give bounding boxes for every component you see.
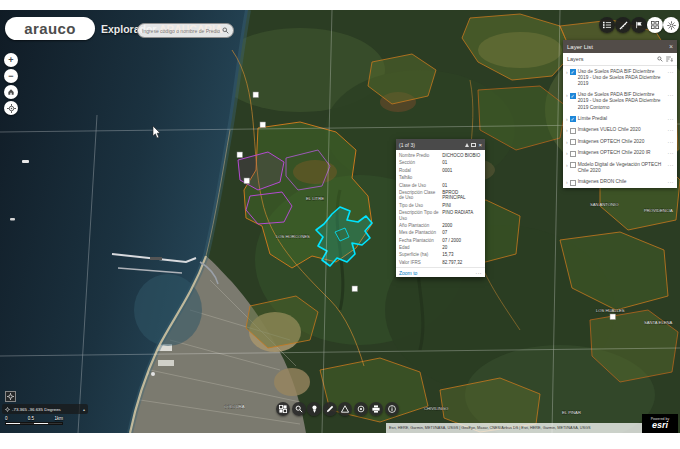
zoom-out-button[interactable]: − <box>4 69 18 83</box>
popup-header[interactable]: (1 of 3) × <box>396 139 485 150</box>
popup-dock-icon[interactable] <box>465 143 469 147</box>
layer-menu-icon[interactable]: ··· <box>668 179 675 185</box>
layer-menu-icon[interactable]: ··· <box>668 127 675 133</box>
coordinate-expand-icon[interactable]: ▴ <box>83 407 85 412</box>
location-crosshair-icon <box>5 407 10 412</box>
legend-icon <box>603 21 611 29</box>
expand-icon[interactable]: › <box>566 127 568 133</box>
layer-menu-icon[interactable]: ··· <box>668 162 675 168</box>
layer-menu-icon[interactable]: ··· <box>668 69 675 75</box>
zoom-to-link[interactable]: Zoom to <box>399 270 417 276</box>
scale-mid: 0.5 <box>28 416 34 421</box>
legend-button[interactable] <box>599 17 615 33</box>
layer-checkbox[interactable]: ✓ <box>570 93 576 99</box>
popup-footer: Zoom to ··· <box>396 267 485 277</box>
expand-icon[interactable]: › <box>566 69 568 75</box>
pencil-icon <box>326 405 334 413</box>
popup-close-icon[interactable]: × <box>478 142 482 148</box>
attr-label: Descripción Tipo de Uso <box>399 210 442 221</box>
coordinate-value: -73.365 -36.635 Degrees <box>12 407 81 412</box>
expand-icon[interactable]: › <box>566 116 568 122</box>
ship-marker <box>10 218 15 221</box>
basemap-button[interactable] <box>276 402 290 416</box>
attr-label: Mes de Plantación <box>399 230 442 235</box>
about-button[interactable] <box>385 402 399 416</box>
layer-list-close-icon[interactable]: × <box>669 43 673 50</box>
search-icon[interactable] <box>222 27 229 34</box>
layer-menu-icon[interactable]: ··· <box>668 139 675 145</box>
attr-label: Edad <box>399 245 442 250</box>
layers-subheader: Layers <box>563 53 677 66</box>
layer-search-icon[interactable] <box>657 56 663 62</box>
attr-label: Tipo de Uso <box>399 203 442 208</box>
attr-value: 01 <box>442 183 482 188</box>
table-row: Tipo de UsoPINI <box>399 202 482 209</box>
layer-menu-icon[interactable]: ··· <box>668 150 675 156</box>
layer-item-imagenes-vuelo[interactable]: › Imágenes VUELO Chile 2020 ··· <box>563 125 677 137</box>
my-location-button[interactable] <box>4 101 18 115</box>
layer-item-modelo-digital[interactable]: › Modelo Digital de Vegetación OPTECH Ch… <box>563 159 677 176</box>
query-button[interactable] <box>292 402 306 416</box>
layers-label: Layers <box>567 56 584 62</box>
coordinate-widget-button[interactable] <box>5 391 16 402</box>
layer-checkbox[interactable]: ✓ <box>570 116 576 122</box>
attr-value: 82.797,32 <box>442 260 482 265</box>
near-me-button[interactable] <box>354 402 368 416</box>
crosshair-icon <box>7 393 14 400</box>
map-label: LOS HORCONES <box>276 234 310 239</box>
expand-icon[interactable]: › <box>566 179 568 185</box>
print-button[interactable] <box>369 402 383 416</box>
attr-value: 07 / 2000 <box>442 238 482 243</box>
expand-icon[interactable]: › <box>566 150 568 156</box>
bookmark-button[interactable] <box>631 17 647 33</box>
pin-button[interactable] <box>307 402 321 416</box>
browser-page: EL LITRE SAN RAMÓN SAN ANTONIO PROVIDENC… <box>0 0 680 449</box>
layer-item-imagenes-dron[interactable]: › Imágenes DRON Chile ··· <box>563 177 677 189</box>
layer-sort-icon[interactable] <box>666 56 673 62</box>
measurement-button[interactable] <box>615 17 631 33</box>
draw-button[interactable] <box>323 402 337 416</box>
layer-checkbox[interactable] <box>570 139 576 145</box>
zoom-in-button[interactable]: + <box>4 53 18 67</box>
popup-menu-icon[interactable]: ··· <box>476 270 483 276</box>
search-input[interactable] <box>142 28 220 34</box>
apps-grid-icon <box>651 21 659 29</box>
layer-checkbox[interactable] <box>570 180 576 186</box>
layer-checkbox[interactable] <box>570 128 576 134</box>
predio-search[interactable] <box>137 23 234 38</box>
popup-maximize-icon[interactable] <box>471 143 476 147</box>
table-row: Superficie (ha)15,73 <box>399 251 482 258</box>
expand-icon[interactable]: › <box>566 92 568 98</box>
layer-checkbox[interactable] <box>570 162 576 168</box>
layer-label: Límite Predial <box>578 116 666 122</box>
expand-icon[interactable]: › <box>566 162 568 168</box>
layer-item-limite-predial[interactable]: › ✓ Límite Predial ··· <box>563 113 677 125</box>
layer-checkbox[interactable] <box>570 151 576 157</box>
layer-menu-icon[interactable]: ··· <box>668 116 675 122</box>
popup-title: (1 of 3) <box>399 142 463 148</box>
settings-button[interactable] <box>663 17 679 33</box>
layer-item-imagenes-optech[interactable]: › Imágenes OPTECH Chile 2020 ··· <box>563 136 677 148</box>
zoom-in-glyph: + <box>8 55 13 65</box>
attr-label: Valor IFRS <box>399 260 442 265</box>
table-row: Fecha Plantación07 / 2000 <box>399 237 482 244</box>
apps-button[interactable] <box>647 17 663 33</box>
layer-menu-icon[interactable]: ··· <box>668 92 675 98</box>
zoom-out-glyph: − <box>8 71 13 81</box>
attr-label: Superficie (ha) <box>399 252 442 257</box>
expand-icon[interactable]: › <box>566 139 568 145</box>
table-row: Talhão <box>399 174 482 181</box>
attr-value: PINO RADIATA <box>442 210 482 221</box>
layer-checkbox[interactable]: ✓ <box>570 69 576 75</box>
layer-item-uso-suelos-contorno[interactable]: › ✓ Uso de Suelos PADA BIF Diciembre 201… <box>563 90 677 114</box>
arauco-logo[interactable]: arauco <box>5 17 95 40</box>
attr-value: 20 <box>442 245 482 250</box>
table-row: Edad20 <box>399 244 482 251</box>
magnifier-icon <box>295 405 303 413</box>
layer-item-imagenes-optech-ir[interactable]: › Imágenes OPTECH Chile 2020 IR ··· <box>563 148 677 160</box>
printer-icon <box>372 405 380 413</box>
layer-item-uso-suelos-pada[interactable]: › ✓ Uso de Suelos PADA BIF Diciembre 201… <box>563 66 677 90</box>
home-button[interactable] <box>4 85 18 99</box>
measure-button[interactable] <box>338 402 352 416</box>
attr-value: 07 <box>442 230 482 235</box>
